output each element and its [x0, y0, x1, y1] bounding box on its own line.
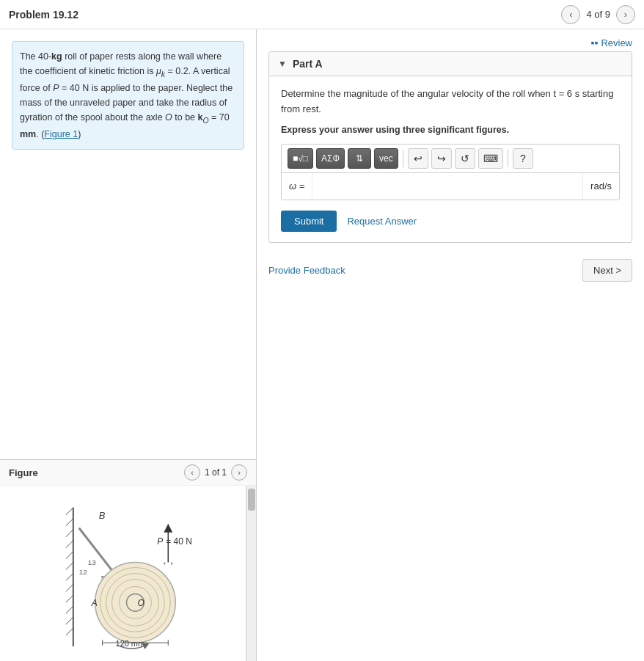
svg-line-3 [66, 530, 73, 537]
svg-text:B: B [99, 510, 106, 521]
svg-text:O: O [137, 598, 144, 608]
provide-feedback-link[interactable]: Provide Feedback [268, 265, 345, 276]
part-collapse-arrow[interactable]: ▼ [278, 59, 287, 69]
vec-icon: vec [379, 153, 393, 164]
figure-diagram: B 12 13 5 O [0, 485, 256, 661]
request-answer-link[interactable]: Request Answer [347, 216, 417, 227]
sig-figs-text: Express your answer using three signific… [281, 125, 620, 135]
redo-icon: ↪ [437, 153, 446, 164]
main-layout: The 40-kg roll of paper rests along the … [0, 29, 644, 661]
refresh-icon: ↺ [461, 153, 469, 164]
header: Problem 19.12 ‹ 4 of 9 › [0, 0, 644, 29]
undo-icon: ↩ [414, 153, 422, 164]
refresh-button[interactable]: ↺ [455, 148, 475, 169]
arrows-icon: ⇅ [356, 153, 363, 164]
review-link[interactable]: ▪▪ Review [590, 37, 632, 48]
redo-button[interactable]: ↪ [431, 148, 452, 169]
keyboard-icon: ⌨ [483, 153, 498, 164]
review-icon: ▪▪ [590, 37, 598, 48]
scroll-thumb [248, 489, 255, 511]
review-label: Review [601, 37, 632, 48]
svg-text:= 40 N: = 40 N [166, 536, 192, 547]
svg-line-7 [66, 574, 73, 581]
submit-button[interactable]: Submit [281, 211, 337, 232]
figure-section: Figure ‹ 1 of 1 › [0, 459, 256, 661]
svg-line-5 [66, 552, 73, 559]
left-panel: The 40-kg roll of paper rests along the … [0, 29, 257, 661]
prev-problem-button[interactable]: ‹ [561, 5, 580, 24]
svg-line-1 [66, 508, 73, 515]
svg-line-9 [66, 595, 73, 602]
answer-row: ω = rad/s [281, 172, 620, 200]
figure-link[interactable]: Figure 1 [44, 129, 78, 139]
review-bar: ▪▪ Review [257, 29, 644, 51]
svg-text:12: 12 [79, 568, 88, 576]
svg-line-6 [66, 563, 73, 570]
action-row: Submit Request Answer [281, 211, 620, 232]
problem-title: Problem 19.12 [9, 9, 78, 21]
unit-label: rad/s [583, 176, 619, 196]
undo-button[interactable]: ↩ [408, 148, 428, 169]
diagram-scrollbar[interactable] [246, 486, 256, 661]
math-toolbar: ■√□ ΑΣΦ ⇅ vec ↩ ↪ [281, 144, 620, 172]
right-panel: ▪▪ Review ▼ Part A Determine the magnitu… [257, 29, 644, 661]
part-container: ▼ Part A Determine the magnitude of the … [268, 51, 632, 243]
question-text: Determine the magnitude of the angular v… [281, 87, 620, 117]
problem-counter: 4 of 9 [586, 9, 610, 20]
next-button[interactable]: Next > [582, 259, 632, 282]
diagram-svg: B 12 13 5 O [0, 486, 256, 661]
svg-line-4 [66, 541, 73, 548]
svg-line-8 [66, 584, 73, 591]
svg-line-12 [66, 628, 73, 635]
next-figure-button[interactable]: › [231, 464, 247, 481]
svg-line-10 [66, 606, 73, 613]
omega-label: ω = [282, 176, 312, 196]
svg-line-11 [66, 617, 73, 624]
prev-figure-button[interactable]: ‹ [184, 464, 200, 481]
sqrt-button[interactable]: ■√□ [288, 148, 313, 169]
svg-point-18 [95, 563, 176, 643]
next-problem-button[interactable]: › [616, 5, 635, 24]
answer-input[interactable] [312, 173, 583, 200]
figure-title: Figure [9, 467, 38, 478]
svg-text:P: P [157, 536, 163, 547]
part-title: Part A [293, 58, 323, 70]
part-body: Determine the magnitude of the angular v… [269, 76, 632, 242]
toolbar-separator-2 [508, 150, 508, 167]
arrows-button[interactable]: ⇅ [348, 148, 371, 169]
sqrt-icon: ■√□ [293, 153, 308, 164]
keyboard-button[interactable]: ⌨ [478, 148, 503, 169]
bottom-bar: Provide Feedback Next > [257, 252, 644, 289]
figure-header: Figure ‹ 1 of 1 › [0, 459, 256, 485]
problem-text: The 40-kg roll of paper rests along the … [12, 41, 244, 150]
figure-counter: 1 of 1 [205, 467, 227, 478]
help-button[interactable]: ? [513, 148, 533, 169]
header-nav: ‹ 4 of 9 › [561, 5, 635, 24]
help-icon: ? [520, 153, 526, 164]
vec-button[interactable]: vec [374, 148, 398, 169]
part-header: ▼ Part A [269, 52, 632, 76]
svg-text:13: 13 [88, 558, 97, 566]
alpha-sigma-icon: ΑΣΦ [321, 153, 340, 164]
toolbar-separator-1 [403, 150, 403, 167]
svg-text:A: A [91, 598, 98, 608]
figure-nav: ‹ 1 of 1 › [184, 464, 247, 481]
svg-line-2 [66, 519, 73, 526]
alpha-sigma-button[interactable]: ΑΣΦ [316, 148, 345, 169]
